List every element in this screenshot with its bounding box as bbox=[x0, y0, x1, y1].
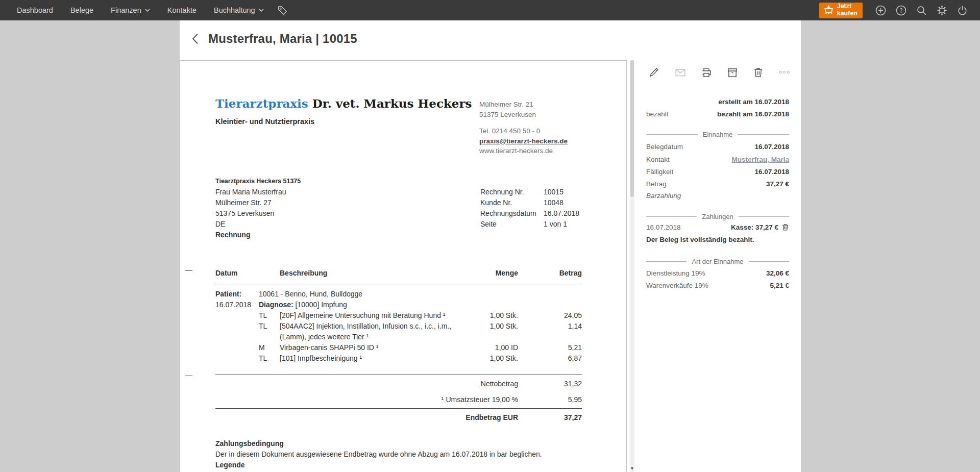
back-button[interactable] bbox=[187, 31, 203, 47]
tag-icon[interactable] bbox=[273, 0, 292, 20]
practice-email: praxis@tierarzt-heckers.de bbox=[479, 136, 568, 146]
payment-method: Barzahlung bbox=[646, 192, 681, 200]
more-icon[interactable] bbox=[778, 66, 790, 78]
paid-note: Der Beleg ist vollständig bezahlt. bbox=[646, 236, 789, 243]
nav-buchhaltung[interactable]: Buchhaltung bbox=[205, 0, 273, 20]
practice-website: www.tierarzt-heckers.de bbox=[479, 146, 568, 156]
section-zahlungen: Zahlungen bbox=[646, 213, 789, 220]
detail-row: Dienstleistung 19%32,06 € bbox=[646, 269, 789, 277]
detail-row: Warenverkäufe 19%5,21 € bbox=[646, 282, 789, 289]
invoice-page: Tierarztpraxis Dr. vet. Markus Heckers K… bbox=[180, 60, 627, 472]
svg-text:?: ? bbox=[899, 7, 902, 14]
practice-name: Tierarztpraxis Dr. vet. Markus Heckers bbox=[215, 96, 472, 110]
vertical-scrollbar[interactable]: ▼ bbox=[630, 60, 634, 472]
scroll-down-arrow[interactable]: ▼ bbox=[630, 466, 634, 471]
power-icon[interactable] bbox=[957, 5, 968, 16]
delete-icon[interactable] bbox=[752, 66, 764, 78]
detail-sidebar: erstellt am 16.07.2018 bezahltbezahlt am… bbox=[646, 20, 789, 472]
invoice-meta: Rechnung Nr.10015 Kunde Nr.10048 Rechnun… bbox=[480, 187, 582, 230]
add-icon[interactable] bbox=[875, 5, 886, 16]
cart-icon bbox=[823, 5, 834, 15]
chevron-left-icon bbox=[192, 33, 199, 44]
recipient-block: Tiearztpraxis Heckers 51375 Frau Maria M… bbox=[215, 176, 301, 240]
main-panel: Musterfrau, Maria | 10015 Tierarztpraxis… bbox=[180, 20, 801, 472]
delete-payment-icon[interactable] bbox=[781, 223, 789, 231]
print-icon[interactable] bbox=[700, 66, 712, 78]
nav-belege[interactable]: Belege bbox=[62, 0, 102, 20]
mail-icon[interactable] bbox=[674, 66, 686, 78]
section-einnahme: Einnahme bbox=[646, 131, 789, 138]
contact-link[interactable]: Musterfrau, Maria bbox=[731, 156, 789, 163]
nav-dashboard[interactable]: Dashboard bbox=[8, 0, 62, 20]
buy-now-button[interactable]: Jetztkaufen bbox=[819, 3, 863, 18]
section-art-der-einnahme: Art der Einnahme bbox=[646, 258, 789, 265]
gear-icon[interactable] bbox=[936, 5, 947, 16]
chevron-down-icon bbox=[145, 9, 150, 12]
detail-row: Belegdatum16.07.2018 bbox=[646, 143, 789, 151]
scrollbar-thumb[interactable] bbox=[630, 60, 634, 197]
top-nav: Dashboard Belege Finanzen Kontakte Buchh… bbox=[0, 0, 980, 20]
nav-finanzen[interactable]: Finanzen bbox=[102, 0, 159, 20]
action-icon-row bbox=[648, 66, 790, 78]
detail-row: Fälligkeit16.07.2018 bbox=[646, 168, 789, 176]
detail-row: Betrag37,27 € bbox=[646, 180, 789, 188]
help-icon[interactable]: ? bbox=[895, 5, 906, 16]
fold-mark bbox=[185, 270, 192, 271]
practice-contact: Mülheimer Str. 21 51375 Leverkusen Tel. … bbox=[479, 100, 568, 156]
archive-icon[interactable] bbox=[726, 66, 738, 78]
nav-right-group: Jetztkaufen ? bbox=[819, 3, 980, 18]
practice-subtitle: Kleintier- und Nutztierpraxis bbox=[215, 117, 314, 126]
payment-row: 16.07.2018 Kasse: 37,27 € bbox=[646, 223, 789, 231]
paid-status-row: bezahltbezahlt am 16.07.2018 bbox=[646, 110, 789, 118]
invoice-footer: Zahlungsbedingung Der in diesem Dokument… bbox=[215, 438, 582, 472]
detail-row: KontaktMusterfrau, Maria bbox=[646, 156, 789, 163]
search-icon[interactable] bbox=[916, 5, 927, 16]
page-title: Musterfrau, Maria | 10015 bbox=[208, 32, 357, 46]
chevron-down-icon bbox=[259, 9, 264, 12]
created-row: erstellt am 16.07.2018 bbox=[646, 98, 789, 106]
fold-mark bbox=[185, 376, 192, 376]
document-type: Rechnung bbox=[215, 230, 301, 240]
nav-kontakte[interactable]: Kontakte bbox=[159, 0, 205, 20]
edit-icon[interactable] bbox=[648, 66, 660, 78]
